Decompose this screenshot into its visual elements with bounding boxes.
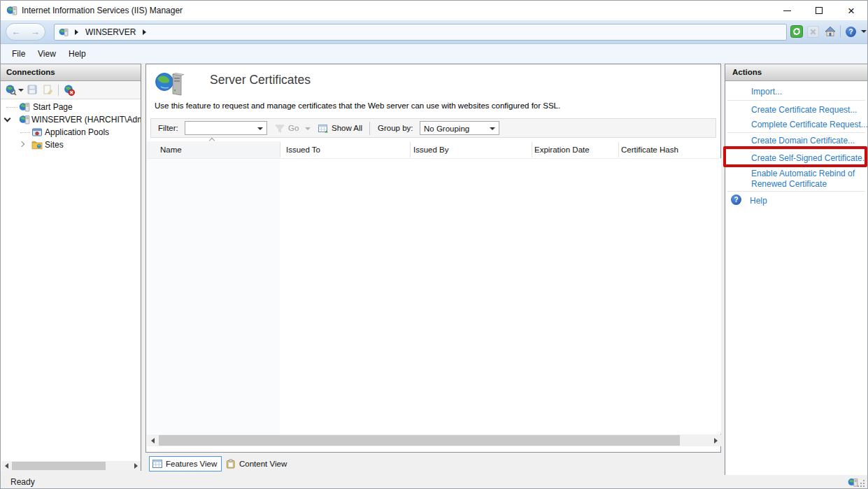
minimize-icon: [783, 10, 791, 11]
column-header-expiration-date[interactable]: Expiration Date: [534, 141, 590, 158]
column-header-name[interactable]: Name: [147, 141, 280, 158]
scroll-right-icon: [134, 463, 138, 469]
tab-label: Features View: [166, 460, 217, 468]
menu-bar: File View Help: [1, 44, 867, 64]
action-enable-automatic-rebind[interactable]: Enable Automatic Rebind of Renewed Certi…: [751, 169, 865, 190]
breadcrumb-arrow-icon[interactable]: [75, 29, 78, 35]
group-by-select[interactable]: No Grouping: [420, 121, 499, 135]
resize-grip[interactable]: [858, 480, 866, 488]
title-bar[interactable]: Internet Information Services (IIS) Mana…: [1, 1, 867, 20]
column-divider[interactable]: [410, 142, 411, 157]
connection-dropdown-caret-icon[interactable]: [18, 89, 24, 92]
status-text: Ready: [10, 475, 35, 489]
connections-horizontal-scrollbar[interactable]: [1, 461, 141, 471]
features-view-icon: [152, 459, 162, 469]
tree-item-winserver[interactable]: WINSERVER (HARCHIT\Admin: [1, 113, 141, 126]
iis-manager-window: Internet Information Services (IIS) Mana…: [0, 0, 868, 489]
tree-collapsed-chevron-icon[interactable]: [19, 141, 24, 147]
close-icon: ×: [848, 5, 855, 17]
go-filter-icon: [275, 124, 285, 134]
menu-view[interactable]: View: [35, 44, 59, 64]
go-dropdown-caret-icon[interactable]: [305, 127, 311, 130]
scroll-left-button[interactable]: [147, 434, 158, 446]
actions-divider: [727, 100, 865, 101]
window-title: Internet Information Services (IIS) Mana…: [22, 1, 183, 20]
column-divider[interactable]: [618, 142, 619, 157]
certificates-list[interactable]: [147, 159, 721, 434]
action-create-domain-certificate[interactable]: Create Domain Certificate...: [751, 135, 855, 146]
help-button[interactable]: ?: [844, 25, 858, 38]
tree-item-start-page[interactable]: Start Page: [1, 101, 141, 113]
menu-help[interactable]: Help: [66, 44, 89, 64]
column-header-certificate-hash[interactable]: Certificate Hash: [621, 141, 678, 158]
breadcrumb-server[interactable]: WINSERVER: [85, 27, 136, 37]
address-band-buttons: ?: [790, 24, 867, 38]
filter-label: Filter:: [158, 124, 178, 132]
toolbar-divider: [840, 25, 841, 38]
content-view-icon: [226, 459, 236, 469]
breadcrumb-arrow-icon[interactable]: [143, 29, 146, 35]
home-button[interactable]: [823, 25, 837, 38]
refresh-button[interactable]: [790, 25, 803, 38]
tree-item-label: WINSERVER (HARCHIT\Admin: [31, 113, 141, 126]
go-button[interactable]: Go: [288, 124, 299, 132]
connections-tree: Start Page WINSERVER (HARCHIT\Admin Appl…: [1, 99, 141, 225]
tree-item-sites[interactable]: Sites: [1, 139, 141, 151]
rename-button[interactable]: [42, 84, 53, 95]
scroll-left-icon: [151, 438, 155, 444]
page-description: Use this feature to request and manage c…: [155, 101, 560, 110]
create-connection-button[interactable]: [5, 84, 17, 96]
filter-dropdown-caret-icon[interactable]: [257, 127, 263, 130]
help-icon: ?: [731, 194, 741, 205]
sites-folder-icon: [31, 139, 43, 150]
action-complete-certificate-request[interactable]: Complete Certificate Request...: [751, 119, 868, 130]
group-by-caret-icon[interactable]: [490, 127, 495, 130]
tree-item-label: Start Page: [33, 101, 73, 113]
back-button[interactable]: ←: [11, 27, 20, 36]
connections-panel: Connections: [1, 64, 141, 471]
status-bar: Ready: [1, 475, 867, 489]
action-import[interactable]: Import...: [751, 86, 782, 97]
main-horizontal-scrollbar[interactable]: [147, 434, 721, 446]
column-divider[interactable]: [280, 142, 280, 157]
workspace: Connections: [1, 64, 867, 475]
tree-expanded-chevron-icon[interactable]: [4, 115, 11, 122]
action-create-certificate-request[interactable]: Create Certificate Request...: [751, 104, 857, 115]
forward-button[interactable]: →: [31, 27, 40, 36]
tab-features-view[interactable]: Features View: [149, 456, 222, 472]
save-connections-button[interactable]: [27, 84, 38, 95]
iis-app-icon: [6, 5, 17, 16]
address-band: ← → WINSERVER ?: [1, 20, 867, 44]
filter-value: [185, 125, 189, 133]
stop-button[interactable]: [806, 25, 820, 38]
show-all-button[interactable]: Show All: [332, 124, 362, 132]
disconnect-icon: [63, 84, 75, 96]
sort-ascending-icon: [209, 138, 215, 143]
disconnect-button[interactable]: [63, 84, 75, 96]
column-label: Name: [160, 141, 182, 158]
close-button[interactable]: ×: [835, 1, 867, 20]
scroll-right-icon: [714, 438, 718, 444]
maximize-button[interactable]: [803, 1, 835, 20]
server-certificates-panel: Server Certificates Use this feature to …: [145, 64, 721, 453]
column-header-issued-to[interactable]: Issued To: [286, 141, 320, 158]
scroll-right-button[interactable]: [710, 434, 721, 446]
scroll-left-button[interactable]: [1, 461, 11, 471]
save-icon: [27, 84, 38, 95]
column-header-issued-by[interactable]: Issued By: [413, 141, 449, 158]
help-dropdown-caret-icon[interactable]: [861, 30, 867, 33]
scroll-right-button[interactable]: [131, 461, 141, 471]
tab-content-view[interactable]: Content View: [223, 456, 291, 472]
address-bar[interactable]: WINSERVER: [54, 24, 787, 41]
scrollbar-thumb[interactable]: [159, 435, 680, 446]
tree-item-label: Application Pools: [45, 126, 109, 139]
menu-file[interactable]: File: [9, 44, 28, 64]
minimize-button[interactable]: [771, 1, 803, 20]
column-divider[interactable]: [532, 142, 532, 157]
scroll-left-icon: [5, 463, 8, 469]
scrollbar-thumb[interactable]: [12, 462, 106, 470]
tree-item-application-pools[interactable]: Application Pools: [1, 126, 141, 139]
filter-input[interactable]: [185, 121, 267, 135]
action-help[interactable]: Help: [750, 195, 767, 206]
maximize-icon: [816, 7, 823, 14]
